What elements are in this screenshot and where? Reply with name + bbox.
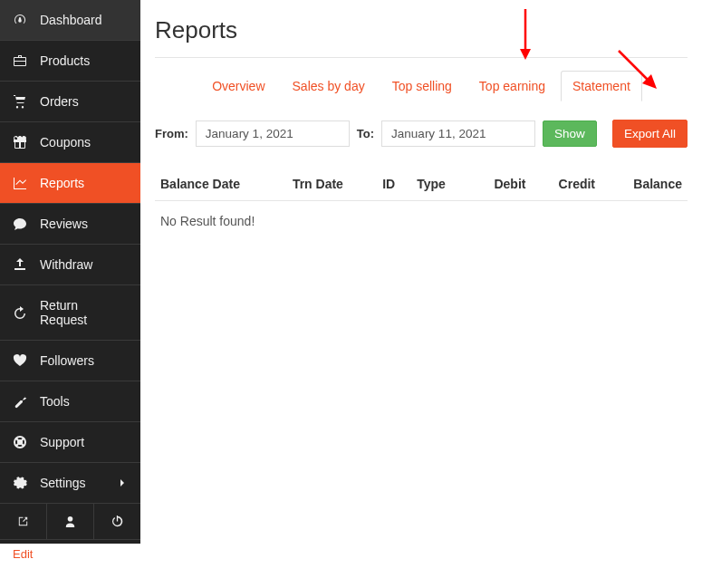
power-button[interactable]: [94, 504, 140, 539]
col-credit: Credit: [531, 168, 601, 201]
sidebar-item-reports[interactable]: Reports: [0, 163, 140, 204]
wrench-icon: [13, 394, 27, 409]
tab-top-earning[interactable]: Top earning: [467, 71, 557, 101]
cart-icon: [13, 94, 27, 109]
sidebar-item-label: Coupons: [40, 135, 128, 149]
col-balance-date: Balance Date: [155, 168, 287, 201]
sidebar-item-products[interactable]: Products: [0, 41, 140, 82]
export-all-button[interactable]: Export All: [612, 120, 688, 148]
sidebar-item-followers[interactable]: Followers: [0, 341, 140, 381]
statement-table: Balance Date Trn Date ID Type Debit Cred…: [155, 168, 688, 241]
user-button[interactable]: [47, 504, 94, 539]
upload-icon: [13, 257, 27, 272]
sidebar-item-label: Reports: [40, 176, 128, 190]
empty-message: No Result found!: [155, 201, 688, 242]
sidebar-item-label: Orders: [40, 94, 128, 109]
page-title: Reports: [155, 16, 688, 44]
col-type: Type: [411, 168, 469, 201]
life-ring-icon: [13, 435, 27, 449]
sidebar-item-label: Dashboard: [40, 13, 128, 27]
sidebar-item-label: Tools: [40, 394, 128, 409]
tab-sales-by-day[interactable]: Sales by day: [281, 71, 377, 101]
sidebar-item-support[interactable]: Support: [0, 422, 140, 463]
sidebar-item-orders[interactable]: Orders: [0, 82, 140, 122]
dashboard-icon: [13, 13, 27, 27]
tab-overview[interactable]: Overview: [200, 71, 276, 101]
chart-line-icon: [13, 176, 27, 190]
sidebar-item-reviews[interactable]: Reviews: [0, 204, 140, 245]
main-content: Reports Overview Sales by day Top sellin…: [140, 0, 702, 544]
sidebar-item-label: Return Request: [40, 298, 128, 327]
to-label: To:: [357, 127, 374, 140]
gear-icon: [13, 476, 27, 490]
report-tabs: Overview Sales by day Top selling Top ea…: [155, 71, 688, 101]
undo-icon: [13, 305, 27, 320]
col-balance: Balance: [601, 168, 688, 201]
tab-top-selling[interactable]: Top selling: [380, 71, 464, 101]
tab-statement[interactable]: Statement: [561, 71, 642, 101]
show-button[interactable]: Show: [543, 120, 597, 147]
external-link-button[interactable]: [0, 504, 47, 539]
sidebar-item-withdraw[interactable]: Withdraw: [0, 245, 140, 285]
gift-icon: [13, 135, 27, 149]
sidebar-bottom-row: [0, 504, 140, 540]
from-date-input[interactable]: [196, 120, 350, 147]
sidebar-item-dashboard[interactable]: Dashboard: [0, 0, 140, 41]
briefcase-icon: [13, 53, 27, 68]
svg-marker-1: [520, 49, 531, 60]
filter-row: From: To: Show Export All: [155, 120, 688, 148]
heart-icon: [13, 353, 27, 368]
col-debit: Debit: [469, 168, 532, 201]
sidebar-item-label: Support: [40, 435, 128, 449]
sidebar-item-label: Withdraw: [40, 257, 128, 272]
col-trn-date: Trn Date: [287, 168, 377, 201]
chevron-right-icon: [119, 479, 128, 487]
edit-link[interactable]: Edit: [0, 544, 702, 564]
sidebar: Dashboard Products Orders Coupons Report…: [0, 0, 140, 544]
sidebar-item-coupons[interactable]: Coupons: [0, 122, 140, 163]
col-id: ID: [377, 168, 411, 201]
sidebar-item-label: Followers: [40, 353, 128, 368]
sidebar-item-label: Reviews: [40, 217, 128, 231]
to-date-input[interactable]: [381, 120, 535, 147]
from-label: From:: [155, 127, 188, 140]
divider: [155, 57, 688, 58]
table-header-row: Balance Date Trn Date ID Type Debit Cred…: [155, 168, 688, 201]
table-row-empty: No Result found!: [155, 201, 688, 242]
sidebar-item-label: Products: [40, 53, 128, 68]
sidebar-item-tools[interactable]: Tools: [0, 381, 140, 422]
comment-icon: [13, 217, 27, 231]
sidebar-item-label: Settings: [40, 476, 106, 490]
sidebar-item-settings[interactable]: Settings: [0, 463, 140, 504]
sidebar-item-return-request[interactable]: Return Request: [0, 285, 140, 341]
